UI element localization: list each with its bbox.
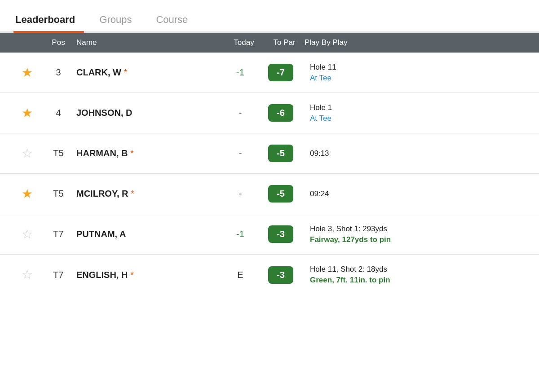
star-cell[interactable]: ★ (13, 107, 40, 119)
today-score: -1 (220, 229, 261, 239)
header-today: Today (224, 38, 264, 47)
position-cell: 4 (40, 108, 76, 118)
pbp-line1: Hole 11 (310, 62, 526, 73)
pbp-line1: Hole 11, Shot 2: 18yds (310, 264, 526, 275)
table-header: Pos Name Today To Par Play By Play (0, 33, 539, 53)
table-row[interactable]: ★3CLARK, W *-1-7Hole 11At Tee (0, 53, 539, 93)
player-name: ENGLISH, H * (76, 270, 220, 280)
player-name: CLARK, W * (76, 67, 220, 78)
pbp-line2: At Tee (310, 113, 526, 124)
star-empty-icon: ☆ (22, 147, 33, 160)
pbp-line1: 09:24 (310, 189, 526, 199)
tab-leaderboard[interactable]: Leaderboard (13, 9, 84, 33)
pbp-line2: Fairway, 127yds to pin (310, 234, 526, 245)
topar-cell: -7 (261, 64, 301, 81)
asterisk-marker: * (128, 189, 134, 198)
topar-cell: -5 (261, 185, 301, 203)
pbp-line1: 09:13 (310, 148, 526, 159)
table-row[interactable]: ☆T5HARMAN, B *--509:13 (0, 133, 539, 174)
today-score: E (220, 270, 261, 280)
star-filled-icon: ★ (22, 66, 33, 79)
header-pbp: Play By Play (305, 38, 526, 47)
pbp-line2: Green, 7ft. 11in. to pin (310, 275, 526, 286)
position-cell: T7 (40, 229, 76, 239)
play-by-play-cell: Hole 11At Tee (301, 62, 526, 84)
star-cell[interactable]: ★ (13, 66, 40, 79)
table-row[interactable]: ★4JOHNSON, D--6Hole 1At Tee (0, 93, 539, 133)
star-cell[interactable]: ★ (13, 188, 40, 200)
tab-bar: Leaderboard Groups Course (0, 0, 539, 33)
header-pos: Pos (40, 38, 76, 47)
asterisk-marker: * (128, 270, 133, 280)
topar-cell: -3 (261, 225, 301, 243)
topar-badge: -6 (268, 104, 293, 122)
topar-badge: -5 (268, 145, 293, 162)
star-empty-icon: ☆ (22, 269, 33, 281)
asterisk-marker: * (121, 67, 127, 77)
star-cell[interactable]: ☆ (13, 269, 40, 281)
topar-badge: -3 (268, 225, 293, 243)
position-cell: T5 (40, 189, 76, 199)
star-cell[interactable]: ☆ (13, 228, 40, 241)
star-empty-icon: ☆ (22, 228, 33, 241)
table-row[interactable]: ★T5MCILROY, R *--509:24 (0, 174, 539, 214)
pbp-line1: Hole 3, Shot 1: 293yds (310, 224, 526, 234)
tab-groups[interactable]: Groups (97, 9, 141, 33)
topar-cell: -5 (261, 145, 301, 162)
play-by-play-cell: 09:24 (301, 189, 526, 199)
player-name: MCILROY, R * (76, 189, 220, 199)
today-score: - (220, 189, 261, 199)
today-score: - (220, 148, 261, 159)
topar-cell: -3 (261, 266, 301, 284)
leaderboard-table: ★3CLARK, W *-1-7Hole 11At Tee★4JOHNSON, … (0, 53, 539, 295)
topar-badge: -5 (268, 185, 293, 203)
star-filled-icon: ★ (22, 107, 33, 119)
star-filled-icon: ★ (22, 188, 33, 200)
tab-course[interactable]: Course (154, 9, 197, 33)
player-name: JOHNSON, D (76, 108, 220, 118)
pbp-line2: At Tee (310, 73, 526, 84)
topar-badge: -7 (268, 64, 293, 81)
play-by-play-cell: Hole 1At Tee (301, 102, 526, 124)
position-cell: T5 (40, 148, 76, 159)
player-name: PUTNAM, A (76, 229, 220, 239)
asterisk-marker: * (128, 148, 133, 158)
position-cell: T7 (40, 270, 76, 280)
position-cell: 3 (40, 67, 76, 78)
today-score: - (220, 108, 261, 118)
header-name: Name (76, 38, 224, 47)
play-by-play-cell: 09:13 (301, 148, 526, 159)
player-name: HARMAN, B * (76, 148, 220, 159)
play-by-play-cell: Hole 11, Shot 2: 18ydsGreen, 7ft. 11in. … (301, 264, 526, 286)
today-score: -1 (220, 67, 261, 78)
topar-badge: -3 (268, 266, 293, 284)
header-topar: To Par (264, 38, 305, 47)
star-cell[interactable]: ☆ (13, 147, 40, 160)
table-row[interactable]: ☆T7ENGLISH, H *E-3Hole 11, Shot 2: 18yds… (0, 255, 539, 295)
topar-cell: -6 (261, 104, 301, 122)
table-row[interactable]: ☆T7PUTNAM, A-1-3Hole 3, Shot 1: 293ydsFa… (0, 214, 539, 255)
play-by-play-cell: Hole 3, Shot 1: 293ydsFairway, 127yds to… (301, 224, 526, 245)
pbp-line1: Hole 1 (310, 102, 526, 113)
